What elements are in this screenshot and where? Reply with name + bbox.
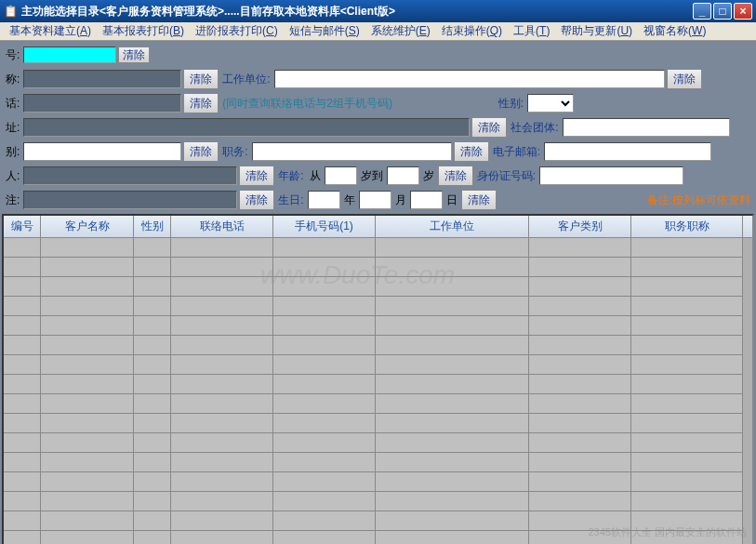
table-cell[interactable]: [171, 375, 273, 394]
table-row[interactable]: [4, 394, 752, 414]
maximize-button[interactable]: □: [713, 3, 732, 20]
table-cell[interactable]: [41, 511, 134, 531]
clear-birthday-button[interactable]: 清除: [461, 190, 497, 210]
input-month[interactable]: [359, 191, 391, 209]
table-cell[interactable]: [273, 492, 376, 511]
clear-name-button[interactable]: 清除: [183, 69, 219, 89]
table-cell[interactable]: [376, 277, 529, 297]
table-cell[interactable]: [631, 238, 743, 258]
table-cell[interactable]: [4, 394, 41, 414]
input-year[interactable]: [308, 191, 340, 209]
table-cell[interactable]: [529, 258, 631, 277]
table-cell[interactable]: [631, 297, 743, 316]
table-cell[interactable]: [529, 297, 631, 316]
column-header[interactable]: 联络电话: [171, 216, 273, 237]
menu-basic-data[interactable]: 基本资料建立(A): [4, 23, 97, 39]
table-cell[interactable]: [529, 336, 631, 355]
table-cell[interactable]: [529, 511, 631, 531]
menu-tools[interactable]: 工具(T): [508, 23, 555, 39]
table-cell[interactable]: [529, 492, 631, 511]
table-cell[interactable]: [4, 531, 41, 544]
table-cell[interactable]: [631, 316, 743, 336]
table-cell[interactable]: [273, 297, 376, 316]
table-cell[interactable]: [4, 336, 41, 355]
menu-sms-mail[interactable]: 短信与邮件(S): [284, 23, 365, 39]
table-cell[interactable]: [4, 238, 41, 258]
input-day[interactable]: [410, 191, 443, 209]
table-cell[interactable]: [376, 238, 529, 258]
table-cell[interactable]: [41, 336, 134, 355]
select-gender[interactable]: [527, 94, 574, 113]
table-cell[interactable]: [134, 355, 171, 375]
table-cell[interactable]: [529, 394, 631, 414]
table-cell[interactable]: [273, 472, 376, 492]
table-cell[interactable]: [273, 238, 376, 258]
table-row[interactable]: [4, 258, 752, 277]
table-cell[interactable]: [134, 336, 171, 355]
table-cell[interactable]: [171, 355, 273, 375]
table-cell[interactable]: [41, 453, 134, 472]
table-cell[interactable]: [171, 492, 273, 511]
column-header[interactable]: 性别: [134, 216, 171, 237]
table-cell[interactable]: [134, 453, 171, 472]
table-cell[interactable]: [4, 375, 41, 394]
table-cell[interactable]: [376, 355, 529, 375]
table-cell[interactable]: [41, 375, 134, 394]
table-cell[interactable]: [529, 414, 631, 433]
table-cell[interactable]: [631, 531, 743, 544]
table-cell[interactable]: [171, 238, 273, 258]
table-cell[interactable]: [171, 472, 273, 492]
table-cell[interactable]: [631, 336, 743, 355]
table-cell[interactable]: [376, 433, 529, 453]
input-address[interactable]: [23, 118, 470, 137]
clear-phone-button[interactable]: 清除: [183, 93, 219, 113]
table-cell[interactable]: [41, 492, 134, 511]
table-cell[interactable]: [273, 355, 376, 375]
table-row[interactable]: [4, 453, 752, 472]
table-cell[interactable]: [529, 316, 631, 336]
input-workplace[interactable]: [274, 70, 665, 88]
table-cell[interactable]: [273, 316, 376, 336]
close-button[interactable]: ×: [734, 3, 752, 20]
table-cell[interactable]: [171, 316, 273, 336]
table-cell[interactable]: [631, 511, 743, 531]
table-cell[interactable]: [171, 277, 273, 297]
table-cell[interactable]: [273, 277, 376, 297]
column-header[interactable]: 手机号码(1): [273, 216, 376, 237]
table-cell[interactable]: [273, 511, 376, 531]
table-cell[interactable]: [171, 453, 273, 472]
table-cell[interactable]: [41, 531, 134, 544]
table-cell[interactable]: [273, 258, 376, 277]
menu-system[interactable]: 系统维护(E): [365, 23, 436, 39]
table-cell[interactable]: [273, 531, 376, 544]
table-cell[interactable]: [41, 414, 134, 433]
table-cell[interactable]: [529, 531, 631, 544]
table-cell[interactable]: [376, 336, 529, 355]
table-cell[interactable]: [134, 531, 171, 544]
table-row[interactable]: [4, 433, 752, 453]
table-cell[interactable]: [41, 394, 134, 414]
table-cell[interactable]: [631, 394, 743, 414]
clear-address-button[interactable]: 清除: [471, 117, 507, 138]
table-row[interactable]: [4, 531, 752, 544]
table-cell[interactable]: [273, 336, 376, 355]
table-cell[interactable]: [4, 297, 41, 316]
table-cell[interactable]: [4, 277, 41, 297]
menu-basic-report[interactable]: 基本报表打印(B): [97, 23, 190, 39]
table-cell[interactable]: [631, 492, 743, 511]
table-cell[interactable]: [631, 453, 743, 472]
table-cell[interactable]: [631, 433, 743, 453]
column-header[interactable]: 工作单位: [376, 216, 529, 237]
table-cell[interactable]: [134, 297, 171, 316]
column-header[interactable]: 职务职称: [631, 216, 743, 237]
table-cell[interactable]: [273, 394, 376, 414]
table-cell[interactable]: [631, 472, 743, 492]
table-cell[interactable]: [4, 511, 41, 531]
table-cell[interactable]: [631, 258, 743, 277]
table-cell[interactable]: [41, 258, 134, 277]
input-phone[interactable]: [23, 94, 181, 113]
table-cell[interactable]: [134, 375, 171, 394]
table-cell[interactable]: [529, 375, 631, 394]
column-header[interactable]: 客户名称: [41, 216, 134, 237]
table-row[interactable]: [4, 414, 752, 433]
